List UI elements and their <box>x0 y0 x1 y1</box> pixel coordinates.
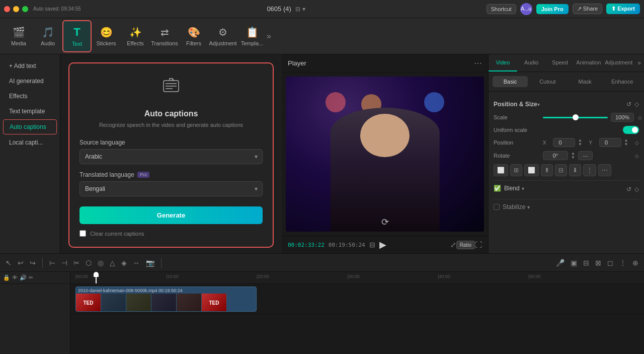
position-keyframe[interactable]: ◇ <box>635 140 639 146</box>
tl-more-right[interactable]: ⋮ <box>618 257 628 268</box>
nav-effects[interactable]: Effects <box>3 89 57 103</box>
subtab-enhance[interactable]: Enhance <box>605 76 640 87</box>
export-button[interactable]: ⬆ Export <box>606 4 640 14</box>
blend-expand[interactable]: ▾ <box>522 186 524 191</box>
tab-adjustment[interactable]: Adjustment <box>603 54 634 72</box>
distribute-v-btn[interactable]: ⋯ <box>598 164 611 176</box>
nav-ai-generated[interactable]: AI generated <box>3 74 57 88</box>
position-x-input[interactable] <box>553 138 575 147</box>
clear-captions-checkbox[interactable]: Clear current captions <box>79 230 263 237</box>
tl-delete[interactable]: ⬡ <box>84 257 93 268</box>
player-menu-icon[interactable]: ⋯ <box>474 58 482 68</box>
maximize-button[interactable] <box>22 6 28 12</box>
source-language-select[interactable]: Arabic English French Spanish Chinese Ja… <box>79 149 263 164</box>
rotate-keyframe[interactable]: ◇ <box>635 153 639 159</box>
tl-undo[interactable]: ↩ <box>16 257 25 268</box>
tab-speed[interactable]: Speed <box>546 54 575 72</box>
toolbar-effects[interactable]: ✨ Effects <box>121 20 150 52</box>
lock-icon[interactable]: 🔒 <box>3 274 10 281</box>
minimize-button[interactable] <box>13 6 19 12</box>
rotate-down-btn[interactable]: ▼ <box>571 156 575 160</box>
rotate-flip-btn[interactable]: — <box>578 151 593 160</box>
scale-slider[interactable] <box>543 117 608 118</box>
chapters-icon[interactable]: ⊟ <box>369 241 375 249</box>
subtab-basic[interactable]: Basic <box>493 76 528 87</box>
subtab-cutout[interactable]: Cutout <box>530 76 565 87</box>
stabilize-expand[interactable]: ▾ <box>527 204 530 210</box>
tl-trim2[interactable]: ⊟ <box>582 257 591 268</box>
tl-group[interactable]: ◎ <box>96 257 105 268</box>
x-down-btn[interactable]: ▼ <box>578 143 582 147</box>
uniform-scale-toggle[interactable] <box>623 126 639 134</box>
tl-magnet[interactable]: ◻ <box>606 257 615 268</box>
tl-split[interactable]: ⊢ <box>48 257 57 268</box>
tab-audio[interactable]: Audio <box>517 54 546 72</box>
tl-cut[interactable]: ✂ <box>72 257 81 268</box>
tab-animation[interactable]: Animation <box>574 54 603 72</box>
toolbar-adjustment[interactable]: ⚙ Adjustment <box>208 20 237 52</box>
tl-split-screen[interactable]: ▣ <box>569 257 579 268</box>
keyframe-position-icon[interactable]: ◇ <box>634 101 639 108</box>
generate-button[interactable]: Generate <box>79 206 263 224</box>
ratio-button[interactable]: Ratio <box>456 241 475 249</box>
display-mode-icon[interactable]: ⊟ <box>295 6 300 13</box>
rotate-input[interactable] <box>543 151 568 160</box>
toolbar-templates[interactable]: 📋 Templa... <box>237 20 267 52</box>
tab-video[interactable]: Video <box>489 54 517 72</box>
reset-blend-icon[interactable]: ↺ <box>626 186 631 193</box>
stabilize-checkbox[interactable] <box>494 204 500 210</box>
fit-screen-icon[interactable]: ⤢ <box>450 241 456 249</box>
tl-mirror[interactable]: ↔ <box>131 257 141 268</box>
user-avatar[interactable]: A...u <box>520 3 532 15</box>
align-top-btn[interactable]: ⬆ <box>541 164 553 176</box>
track-edit-icon[interactable]: ✏ <box>29 274 33 281</box>
tl-mask[interactable]: ◈ <box>120 257 128 268</box>
toolbar-transitions[interactable]: ⇄ Transitions <box>150 20 179 52</box>
align-center-h-btn[interactable]: ⊞ <box>510 164 522 176</box>
tl-crop[interactable]: 📷 <box>144 257 156 268</box>
display-mode-arrow[interactable]: ▾ <box>302 6 305 13</box>
playhead[interactable] <box>96 272 97 284</box>
align-right-btn[interactable]: ⬜ <box>524 164 539 176</box>
reset-position-icon[interactable]: ↺ <box>626 101 631 108</box>
share-button[interactable]: ↗ Share <box>573 4 602 14</box>
distribute-h-btn[interactable]: ⋮ <box>583 164 596 176</box>
toolbar-text[interactable]: T Text <box>62 20 92 52</box>
blend-checkbox[interactable]: ✅ <box>494 185 501 192</box>
toolbar-media[interactable]: 🎬 Media <box>4 20 33 52</box>
right-tabs-more[interactable]: » <box>634 54 644 72</box>
tl-ripple[interactable]: ⊠ <box>594 257 603 268</box>
position-y-input[interactable] <box>599 138 621 147</box>
toolbar-more[interactable]: » <box>267 32 271 41</box>
subtab-mask[interactable]: Mask <box>568 76 603 87</box>
nav-local-captions[interactable]: Local capti... <box>3 135 57 150</box>
toolbar-stickers[interactable]: 😊 Stickers <box>92 20 121 52</box>
align-left-btn[interactable]: ⬜ <box>494 164 508 176</box>
fullscreen-icon[interactable]: ⛶ <box>475 241 482 249</box>
close-button[interactable] <box>4 6 10 12</box>
toolbar-filters[interactable]: 🎨 Filters <box>179 20 208 52</box>
y-down-btn[interactable]: ▼ <box>624 143 628 147</box>
tl-mic[interactable]: 🎤 <box>554 257 566 268</box>
translated-language-select[interactable]: Bengali English French Spanish Arabic Ch… <box>79 181 263 196</box>
keyframe-blend-icon[interactable]: ◇ <box>634 186 639 193</box>
align-bottom-btn[interactable]: ⬇ <box>569 164 581 176</box>
scale-keyframe[interactable]: ◇ <box>638 115 642 120</box>
tl-redo[interactable]: ↪ <box>28 257 37 268</box>
nav-auto-captions[interactable]: Auto captions <box>3 119 57 134</box>
tl-trim[interactable]: ⊣ <box>60 257 69 268</box>
eye-icon[interactable]: 👁 <box>12 274 18 281</box>
scale-value[interactable]: 100% <box>611 113 634 122</box>
tl-zoom[interactable]: ⊕ <box>631 257 640 268</box>
play-button[interactable]: ▶ <box>379 239 386 250</box>
video-clip[interactable]: 2010-daniel-kahneman-008-5000k.mp4 00:19… <box>75 287 257 312</box>
tl-transform[interactable]: △ <box>108 257 117 268</box>
tl-select-tool[interactable]: ↖ <box>4 257 13 268</box>
clear-captions-input[interactable] <box>79 230 86 237</box>
volume-icon[interactable]: 🔊 <box>20 274 27 281</box>
nav-text-template[interactable]: Text template <box>3 104 57 118</box>
nav-add-text[interactable]: + Add text <box>3 59 57 73</box>
shortcut-button[interactable]: Shortcut <box>487 4 516 14</box>
join-pro-button[interactable]: Join Pro <box>536 4 569 14</box>
toolbar-audio[interactable]: 🎵 Audio <box>33 20 62 52</box>
